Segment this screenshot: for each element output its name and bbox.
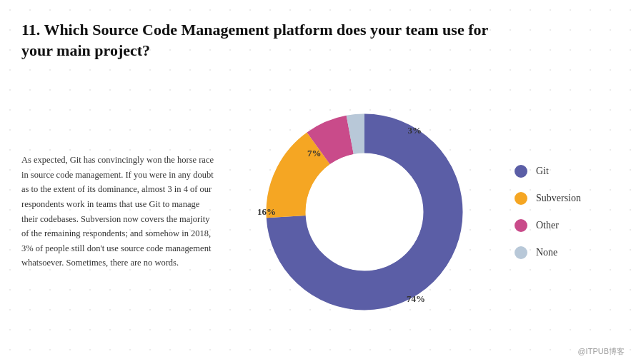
pct-label-none: 3% bbox=[408, 125, 422, 136]
legend-label-git: Git bbox=[536, 166, 549, 177]
pct-label-other: 7% bbox=[307, 148, 322, 159]
donut-svg bbox=[264, 112, 464, 312]
description-text: As expected, Git has convincingly won th… bbox=[21, 153, 214, 271]
legend-item-other: Other bbox=[515, 219, 615, 232]
chart-section: 74% 16% 7% 3% bbox=[229, 112, 500, 312]
legend-dot-subversion bbox=[515, 192, 527, 205]
legend-dot-git bbox=[515, 165, 527, 178]
legend-label-subversion: Subversion bbox=[536, 193, 581, 204]
pct-label-subversion: 16% bbox=[257, 206, 276, 218]
pct-label-git: 74% bbox=[407, 293, 425, 305]
legend-dot-none bbox=[515, 246, 527, 259]
watermark: @ITPUB博客 bbox=[577, 346, 625, 357]
legend-section: Git Subversion Other None bbox=[500, 165, 615, 259]
legend-item-git: Git bbox=[515, 165, 615, 178]
content: 11. Which Source Code Management platfor… bbox=[21, 20, 615, 350]
legend-label-none: None bbox=[536, 247, 557, 258]
page: 11. Which Source Code Management platfor… bbox=[0, 0, 636, 364]
donut-hole bbox=[306, 153, 423, 271]
question-title: 11. Which Source Code Management platfor… bbox=[21, 20, 507, 61]
main-area: As expected, Git has convincingly won th… bbox=[21, 74, 615, 350]
text-section: As expected, Git has convincingly won th… bbox=[21, 153, 229, 271]
legend-label-other: Other bbox=[536, 220, 559, 231]
legend-dot-other bbox=[515, 219, 527, 232]
legend-item-subversion: Subversion bbox=[515, 192, 615, 205]
donut-chart: 74% 16% 7% 3% bbox=[264, 112, 464, 312]
legend-item-none: None bbox=[515, 246, 615, 259]
